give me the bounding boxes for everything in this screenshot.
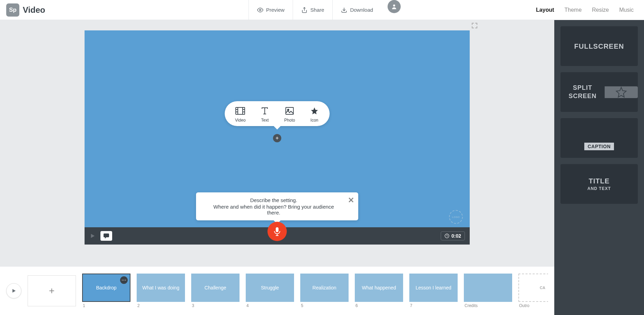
slide-outro[interactable]: CA bbox=[518, 274, 548, 302]
slide-credits-label: Credits bbox=[464, 303, 512, 308]
clock-icon bbox=[445, 233, 449, 238]
text-icon bbox=[260, 106, 270, 116]
svg-rect-4 bbox=[236, 107, 245, 114]
slide-thumb[interactable]: Challenge bbox=[191, 274, 240, 302]
insert-icon-label: Icon bbox=[311, 118, 319, 123]
insert-video-label: Video bbox=[235, 118, 245, 123]
preview-button[interactable]: Preview bbox=[248, 0, 293, 20]
svg-rect-13 bbox=[104, 233, 109, 237]
layout-title-text[interactable]: TITLE AND TEXT bbox=[560, 164, 638, 204]
layout-panel: FULLSCREEN SPLITSCREEN CAPTION TITLE AND… bbox=[554, 20, 644, 315]
layout-fullscreen-label: FULLSCREEN bbox=[574, 42, 624, 51]
tab-theme[interactable]: Theme bbox=[565, 7, 582, 13]
app-title: Video bbox=[23, 5, 45, 15]
tab-layout[interactable]: Layout bbox=[536, 7, 554, 13]
player-bar: 0:02 bbox=[85, 227, 470, 245]
insert-photo-button[interactable]: Photo bbox=[284, 106, 295, 123]
photo-icon bbox=[285, 106, 294, 116]
header-actions: Preview Share Download bbox=[248, 0, 401, 20]
slide-number: 3 bbox=[191, 303, 240, 308]
add-content-button[interactable]: + bbox=[273, 134, 281, 142]
main-area: Video Text Photo Icon + ✕ Describe t bbox=[0, 20, 554, 267]
share-label: Share bbox=[310, 7, 324, 13]
slide-thumb[interactable]: Realization bbox=[300, 274, 349, 302]
caption-toggle-button[interactable] bbox=[100, 231, 112, 241]
svg-point-3 bbox=[393, 4, 395, 7]
hint-close-button[interactable]: ✕ bbox=[348, 196, 354, 205]
share-icon bbox=[301, 7, 308, 13]
preview-label: Preview bbox=[266, 7, 284, 13]
slide-number: 4 bbox=[246, 303, 294, 308]
slide-credits[interactable] bbox=[464, 274, 512, 302]
insert-icon-button[interactable]: Icon bbox=[310, 106, 319, 123]
duration-badge[interactable]: 0:02 bbox=[441, 231, 465, 240]
hint-line1: Describe the setting. bbox=[206, 197, 341, 203]
slide-item: Lesson I learned7 bbox=[409, 274, 458, 308]
app-header: Sp Video Preview Share Download Layout T… bbox=[0, 0, 644, 20]
play-icon bbox=[11, 288, 17, 294]
slide-item: What happened6 bbox=[355, 274, 403, 308]
tab-resize[interactable]: Resize bbox=[592, 7, 609, 13]
add-slide-button[interactable]: + bbox=[28, 275, 76, 306]
timeline: + Backdrop⋯1What I was doing2Challenge3S… bbox=[0, 267, 554, 315]
slide-number: 7 bbox=[409, 303, 458, 308]
slide-thumb[interactable]: What happened bbox=[355, 274, 403, 302]
timeline-play-button[interactable] bbox=[6, 283, 21, 298]
logo-area: Sp Video bbox=[0, 3, 51, 17]
svg-rect-14 bbox=[276, 227, 279, 232]
slide-thumb[interactable]: Backdrop⋯ bbox=[82, 274, 130, 302]
layout-split-label: SPLITSCREEN bbox=[568, 84, 596, 100]
slide-item: What I was doing2 bbox=[137, 274, 185, 308]
video-icon bbox=[235, 106, 245, 116]
layout-caption[interactable]: CAPTION bbox=[560, 118, 638, 158]
user-icon bbox=[391, 3, 397, 10]
plus-icon: + bbox=[49, 285, 55, 296]
layout-title-label: TITLE AND TEXT bbox=[587, 176, 611, 192]
star-icon bbox=[310, 106, 319, 116]
slide-item: Challenge3 bbox=[191, 274, 240, 308]
fullscreen-toggle-icon[interactable] bbox=[472, 23, 477, 28]
svg-rect-11 bbox=[286, 107, 293, 114]
share-button[interactable]: Share bbox=[293, 0, 332, 20]
slide-thumb[interactable]: Struggle bbox=[246, 274, 294, 302]
slide-canvas[interactable]: Video Text Photo Icon + ✕ Describe t bbox=[85, 30, 470, 245]
microphone-icon bbox=[273, 227, 281, 236]
insert-text-label: Text bbox=[261, 118, 269, 123]
slide-item: Realization5 bbox=[300, 274, 349, 308]
slide-thumb[interactable]: Lesson I learned bbox=[409, 274, 458, 302]
play-icon[interactable] bbox=[89, 233, 96, 239]
slide-thumb[interactable]: What I was doing bbox=[137, 274, 185, 302]
eye-icon bbox=[257, 7, 263, 13]
insert-video-button[interactable]: Video bbox=[235, 106, 245, 123]
split-preview-icon bbox=[605, 86, 638, 98]
insert-text-button[interactable]: Text bbox=[260, 106, 270, 123]
header-tabs: Layout Theme Resize Music bbox=[536, 7, 644, 13]
layout-split-screen[interactable]: SPLITSCREEN bbox=[560, 72, 638, 112]
slide-number: 2 bbox=[137, 303, 185, 308]
logo-icon: Sp bbox=[6, 3, 19, 17]
slide-number: 6 bbox=[355, 303, 403, 308]
slide-item: Struggle4 bbox=[246, 274, 294, 308]
insert-photo-label: Photo bbox=[284, 118, 295, 123]
slide-number: 1 bbox=[82, 303, 130, 308]
hint-popover: ✕ Describe the setting. Where and when d… bbox=[196, 192, 358, 220]
slide-outro-label: Outro bbox=[518, 303, 548, 308]
slides-row: Backdrop⋯1What I was doing2Challenge3Str… bbox=[82, 274, 548, 308]
slide-item: Backdrop⋯1 bbox=[82, 274, 130, 308]
canvas-wrap: Video Text Photo Icon + ✕ Describe t bbox=[85, 30, 470, 245]
tab-music[interactable]: Music bbox=[619, 7, 634, 13]
download-icon bbox=[341, 7, 347, 13]
record-mic-button[interactable] bbox=[267, 222, 287, 241]
svg-point-12 bbox=[287, 109, 289, 111]
download-label: Download bbox=[350, 7, 373, 13]
insert-popover: Video Text Photo Icon bbox=[225, 101, 330, 126]
duration-value: 0:02 bbox=[451, 233, 461, 239]
download-button[interactable]: Download bbox=[332, 0, 381, 20]
layout-fullscreen[interactable]: FULLSCREEN bbox=[560, 26, 638, 66]
layout-caption-label: CAPTION bbox=[584, 143, 614, 150]
user-avatar-button[interactable] bbox=[388, 0, 401, 13]
logo-placeholder[interactable]: LOGO bbox=[449, 210, 463, 224]
slide-more-button[interactable]: ⋯ bbox=[120, 276, 128, 284]
hint-line2: Where and when did it happen? Bring your… bbox=[206, 204, 341, 216]
slide-number: 5 bbox=[300, 303, 349, 308]
